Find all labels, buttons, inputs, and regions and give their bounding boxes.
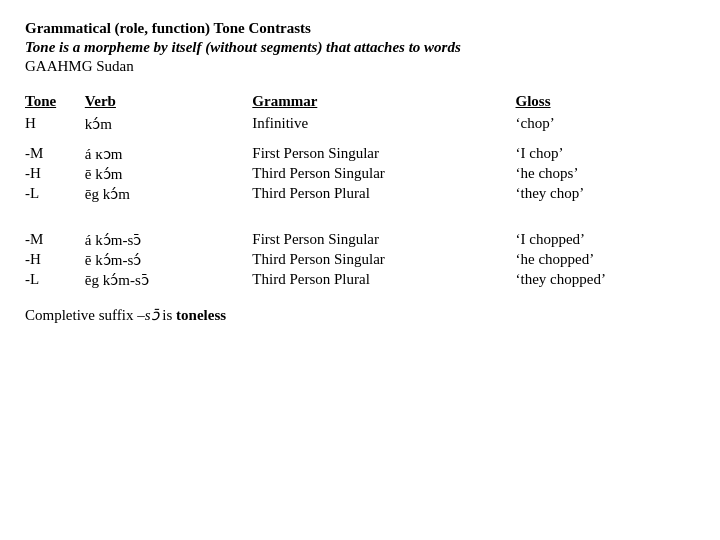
row-tone: -H <box>25 164 85 184</box>
row-gloss: ‘I chop’ <box>516 144 695 164</box>
base-gloss: ‘chop’ <box>516 114 695 134</box>
row-verb: ēg kɔ́m <box>85 184 253 204</box>
table-row: -H ē kɔ́m Third Person Singular ‘he chop… <box>25 164 695 184</box>
row-gloss: ‘he chops’ <box>516 164 695 184</box>
row-tone: -M <box>25 144 85 164</box>
completive-note: Completive suffix –sɔ̄ is toneless <box>25 306 695 324</box>
row-tone: -H <box>25 250 85 270</box>
row-grammar: Third Person Singular <box>252 250 515 270</box>
institution: GAAHMG Sudan <box>25 58 695 75</box>
table-row: -H ē kɔ́m-sɔ́ Third Person Singular ‘he … <box>25 250 695 270</box>
row-verb: á kɔ́m-sɔ̄ <box>85 230 253 250</box>
base-row: H kɔ́m Infinitive ‘chop’ <box>25 114 695 134</box>
table-row: -L ēg kɔ́m Third Person Plural ‘they cho… <box>25 184 695 204</box>
table-row: -L ēg kɔ́m-sɔ̄ Third Person Plural ‘they… <box>25 270 695 290</box>
table2-section: -M á kɔ́m-sɔ̄ First Person Singular ‘I c… <box>25 220 695 290</box>
page-title: Grammatical (role, function) Tone Contra… <box>25 20 695 37</box>
row-verb: ēg kɔ́m-sɔ̄ <box>85 270 253 290</box>
row-grammar: Third Person Plural <box>252 184 515 204</box>
table-header-row: Tone Verb Grammar Gloss <box>25 93 695 114</box>
completive-prefix: Completive suffix – <box>25 307 145 323</box>
row-gloss: ‘they chopped’ <box>516 270 695 290</box>
row-grammar: First Person Singular <box>252 230 515 250</box>
row-verb: á ĸɔm <box>85 144 253 164</box>
base-grammar: Infinitive <box>252 114 515 134</box>
table1-section: Tone Verb Grammar Gloss H kɔ́m Infinitiv… <box>25 93 695 204</box>
subtitle: Tone is a morpheme by itself (without se… <box>25 39 695 56</box>
col-header-gloss: Gloss <box>516 93 695 114</box>
row-gloss: ‘I chopped’ <box>516 230 695 250</box>
row-tone: -L <box>25 270 85 290</box>
row-verb: ē kɔ́m-sɔ́ <box>85 250 253 270</box>
row-grammar: First Person Singular <box>252 144 515 164</box>
base-tone: H <box>25 114 85 134</box>
col-header-tone: Tone <box>25 93 85 114</box>
table-row: -M á kɔ́m-sɔ̄ First Person Singular ‘I c… <box>25 230 695 250</box>
base-verb: kɔ́m <box>85 114 253 134</box>
completive-connector: is <box>159 307 177 323</box>
completive-emphasis: toneless <box>176 307 226 323</box>
completive-suffix: sɔ̄ <box>145 307 159 323</box>
row-verb: ē kɔ́m <box>85 164 253 184</box>
row-grammar: Third Person Singular <box>252 164 515 184</box>
row-grammar: Third Person Plural <box>252 270 515 290</box>
col-header-verb: Verb <box>85 93 253 114</box>
row-gloss: ‘he chopped’ <box>516 250 695 270</box>
row-gloss: ‘they chop’ <box>516 184 695 204</box>
table-row: -M á ĸɔm First Person Singular ‘I chop’ <box>25 144 695 164</box>
row-tone: -L <box>25 184 85 204</box>
row-tone: -M <box>25 230 85 250</box>
col-header-grammar: Grammar <box>252 93 515 114</box>
